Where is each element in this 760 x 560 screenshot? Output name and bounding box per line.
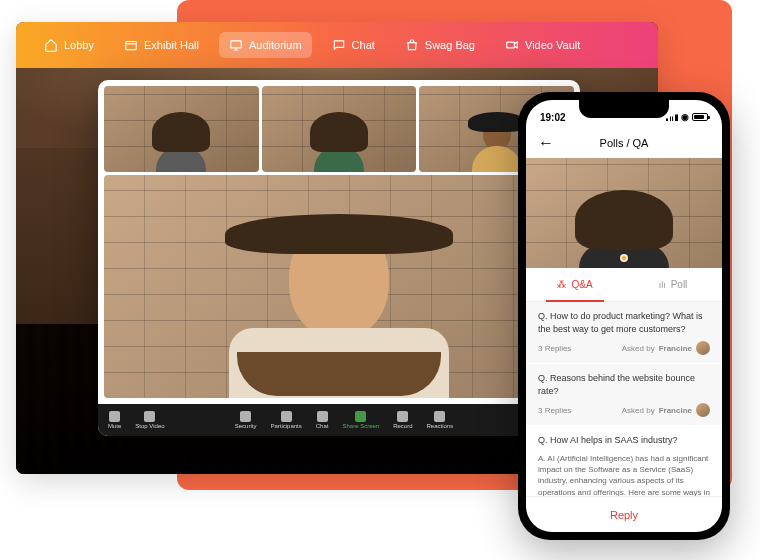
wifi-icon: ◉ <box>681 112 689 122</box>
svg-rect-1 <box>231 41 242 48</box>
ctrl-label: Share Screen <box>342 423 379 429</box>
nav-label: Exhibit Hall <box>144 39 199 51</box>
poll-icon: ılı <box>659 280 666 290</box>
stop-video-button[interactable]: Stop Video <box>135 411 164 429</box>
home-icon <box>44 38 58 52</box>
qa-asked-by: Asked by Francine <box>622 341 710 355</box>
tab-qa[interactable]: ⁂ Q&A <box>526 268 624 301</box>
ctrl-label: Security <box>235 423 257 429</box>
qa-question: Q. Reasons behind the website bounce rat… <box>538 372 710 397</box>
ctrl-label: Reactions <box>427 423 454 429</box>
participant-tile[interactable] <box>104 86 259 172</box>
nav-auditorium[interactable]: Auditorium <box>219 32 312 58</box>
top-nav: Lobby Exhibit Hall Auditorium Chat Swag … <box>16 22 658 68</box>
share-icon <box>355 411 366 422</box>
reply-button[interactable]: Reply <box>526 496 722 532</box>
participant-tile[interactable] <box>262 86 417 172</box>
ctrl-label: Record <box>393 423 412 429</box>
status-time: 19:02 <box>540 112 566 123</box>
tab-label: Q&A <box>571 279 592 290</box>
shield-icon <box>240 411 251 422</box>
nav-exhibit-hall[interactable]: Exhibit Hall <box>114 32 209 58</box>
ctrl-label: Mute <box>108 423 121 429</box>
emoji-icon <box>434 411 445 422</box>
nav-label: Chat <box>352 39 375 51</box>
people-icon <box>281 411 292 422</box>
tab-poll[interactable]: ılı Poll <box>624 268 722 301</box>
video-icon <box>505 38 519 52</box>
qa-list[interactable]: Q. How to do product marketing? What is … <box>526 302 722 496</box>
record-button[interactable]: Record <box>393 411 412 429</box>
bag-icon <box>405 38 419 52</box>
svg-rect-2 <box>507 42 515 48</box>
avatar <box>696 341 710 355</box>
nav-swag-bag[interactable]: Swag Bag <box>395 32 485 58</box>
ctrl-label: Participants <box>270 423 301 429</box>
nav-label: Video Vault <box>525 39 580 51</box>
qa-item[interactable]: Q. How AI helps in SAAS industry? A. AI … <box>526 426 722 496</box>
mic-icon <box>109 411 120 422</box>
qa-replies[interactable]: 3 Replies <box>538 344 571 353</box>
record-icon <box>397 411 408 422</box>
nav-video-vault[interactable]: Video Vault <box>495 32 590 58</box>
chat-icon <box>332 38 346 52</box>
security-button[interactable]: Security <box>235 411 257 429</box>
nav-chat[interactable]: Chat <box>322 32 385 58</box>
signal-icon <box>666 113 678 121</box>
phone-device: 19:02 ◉ ← Polls / QA ⁂ Q&A ılı Poll <box>518 92 730 540</box>
qa-asked-by: Asked by Francine <box>622 403 710 417</box>
ctrl-label: Stop Video <box>135 423 164 429</box>
video-controls-bar: Mute Stop Video Security Participants Ch… <box>98 404 580 436</box>
battery-icon <box>692 113 708 121</box>
screen-icon <box>229 38 243 52</box>
qa-item[interactable]: Q. Reasons behind the website bounce rat… <box>526 364 722 426</box>
phone-screen: 19:02 ◉ ← Polls / QA ⁂ Q&A ılı Poll <box>526 100 722 532</box>
reactions-button[interactable]: Reactions <box>427 411 454 429</box>
avatar <box>696 403 710 417</box>
chat-icon <box>317 411 328 422</box>
phone-title: Polls / QA <box>600 137 649 149</box>
svg-rect-0 <box>126 42 137 50</box>
phone-header: ← Polls / QA <box>526 128 722 158</box>
nav-label: Auditorium <box>249 39 302 51</box>
status-indicators: ◉ <box>666 112 708 122</box>
camera-icon <box>144 411 155 422</box>
nav-label: Lobby <box>64 39 94 51</box>
qa-replies[interactable]: 3 Replies <box>538 406 571 415</box>
record-indicator-icon <box>620 254 628 262</box>
phone-video-tile[interactable] <box>526 158 722 268</box>
hall-icon <box>124 38 138 52</box>
main-speaker-tile[interactable] <box>104 175 574 398</box>
qa-icon: ⁂ <box>557 280 566 290</box>
phone-notch <box>579 100 669 118</box>
nav-label: Swag Bag <box>425 39 475 51</box>
qa-question: Q. How to do product marketing? What is … <box>538 310 710 335</box>
chat-button[interactable]: Chat <box>316 411 329 429</box>
qa-answer: A. AI (Artificial Intelligence) has had … <box>538 453 710 496</box>
nav-lobby[interactable]: Lobby <box>34 32 104 58</box>
share-screen-button[interactable]: Share Screen <box>342 411 379 429</box>
tab-label: Poll <box>671 279 688 290</box>
phone-tabs: ⁂ Q&A ılı Poll <box>526 268 722 302</box>
mute-button[interactable]: Mute <box>108 411 121 429</box>
qa-question: Q. How AI helps in SAAS industry? <box>538 434 710 447</box>
ctrl-label: Chat <box>316 423 329 429</box>
participants-button[interactable]: Participants <box>270 411 301 429</box>
back-button[interactable]: ← <box>538 134 554 152</box>
video-conference-panel: Mute Stop Video Security Participants Ch… <box>98 80 580 436</box>
qa-item[interactable]: Q. How to do product marketing? What is … <box>526 302 722 364</box>
video-grid <box>98 80 580 404</box>
